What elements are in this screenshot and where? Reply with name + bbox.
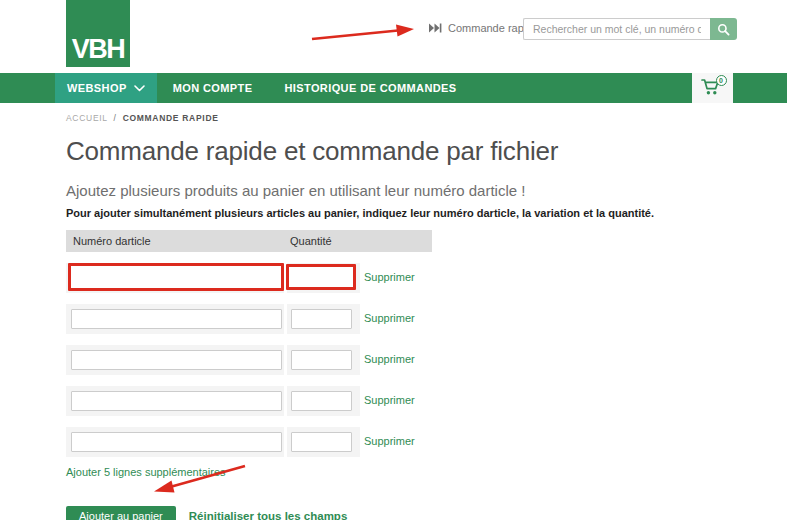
search-icon [717, 23, 730, 36]
order-row-1: Supprimer [66, 263, 432, 293]
remove-row-link-3[interactable]: Supprimer [364, 353, 415, 365]
chevron-down-icon [134, 85, 145, 92]
quick-order-link[interactable]: Commande rapide [428, 22, 539, 34]
search-bar [523, 18, 737, 40]
quantity-input-4[interactable] [291, 391, 352, 411]
order-row-4: Supprimer [66, 386, 432, 416]
add-to-cart-button[interactable]: Ajouter au panier [66, 506, 176, 520]
column-header-article: Numéro darticle [66, 235, 151, 247]
quantity-input-5[interactable] [291, 432, 352, 452]
quantity-cell [287, 386, 360, 416]
quantity-cell [287, 263, 360, 293]
breadcrumb-home[interactable]: ACCUEIL [66, 113, 107, 123]
nav-item-historique[interactable]: HISTORIQUE DE COMMANDES [268, 73, 472, 103]
article-cell [66, 427, 284, 457]
nav-item-historique-label: HISTORIQUE DE COMMANDES [284, 82, 456, 94]
quantity-input-1[interactable] [286, 264, 356, 290]
page-title: Commande rapide et commande par fichier [66, 136, 800, 166]
search-input[interactable] [523, 18, 710, 40]
remove-row-link-4[interactable]: Supprimer [364, 394, 415, 406]
article-number-input-2[interactable] [71, 309, 282, 329]
order-row-5: Supprimer [66, 427, 432, 457]
article-cell [66, 345, 284, 375]
quick-order-form: Numéro darticle Quantité Supprimer Suppr… [66, 230, 432, 457]
article-number-input-4[interactable] [71, 391, 282, 411]
vbh-logo[interactable]: VBH [66, 0, 130, 67]
article-cell [66, 386, 284, 416]
top-header: VBH Commande rapide [0, 0, 800, 73]
cart-count-badge: 0 [716, 75, 727, 86]
quantity-cell [287, 427, 360, 457]
remove-row-link-1[interactable]: Supprimer [364, 271, 415, 283]
nav-item-webshop[interactable]: WEBSHOP [55, 73, 157, 103]
vbh-logo-text: VBH [72, 36, 125, 67]
form-header-row: Numéro darticle Quantité [66, 230, 432, 252]
page-subtitle: Ajoutez plusieurs produits au panier en … [66, 182, 800, 200]
quantity-cell [287, 345, 360, 375]
order-row-3: Supprimer [66, 345, 432, 375]
remove-row-link-2[interactable]: Supprimer [364, 312, 415, 324]
article-number-input-5[interactable] [71, 432, 282, 452]
main-navbar: WEBSHOP MON COMPTE HISTORIQUE DE COMMAND… [0, 73, 787, 103]
form-actions: Ajouter au panier Réinitialiser tous les… [66, 506, 800, 520]
article-cell [66, 304, 284, 334]
breadcrumb-separator: / [114, 113, 117, 123]
breadcrumb: ACCUEIL / COMMANDE RAPIDE [0, 103, 800, 124]
article-cell [66, 263, 284, 293]
article-number-input-3[interactable] [71, 350, 282, 370]
quantity-cell [287, 304, 360, 334]
reset-fields-link[interactable]: Réinitialiser tous les champs [189, 510, 348, 520]
article-number-input-1[interactable] [68, 263, 284, 291]
quantity-input-2[interactable] [291, 309, 352, 329]
page-instructions: Pour ajouter simultanément plusieurs art… [66, 207, 800, 220]
column-header-quantity: Quantité [290, 235, 332, 247]
nav-item-webshop-label: WEBSHOP [67, 82, 127, 94]
search-button[interactable] [710, 18, 737, 40]
nav-item-mon-compte-label: MON COMPTE [173, 82, 253, 94]
breadcrumb-current: COMMANDE RAPIDE [123, 113, 219, 123]
nav-item-mon-compte[interactable]: MON COMPTE [157, 73, 269, 103]
remove-row-link-5[interactable]: Supprimer [364, 435, 415, 447]
cart-button[interactable]: 0 [692, 73, 733, 103]
add-lines-link[interactable]: Ajouter 5 lignes supplémentaires [66, 466, 800, 479]
order-row-2: Supprimer [66, 304, 432, 334]
quantity-input-3[interactable] [291, 350, 352, 370]
fast-forward-icon [428, 23, 442, 33]
